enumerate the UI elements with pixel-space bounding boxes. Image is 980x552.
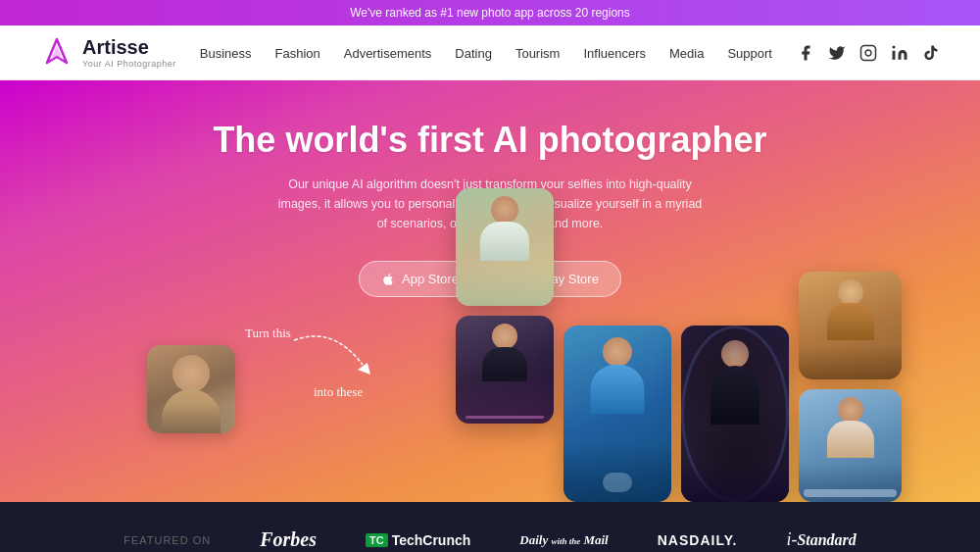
logo-sub: Your AI Photographer <box>82 59 176 69</box>
photo-card-1 <box>456 188 554 306</box>
svg-rect-2 <box>860 45 875 60</box>
apple-icon <box>381 273 395 286</box>
forbes-logo[interactable]: Forbes <box>260 528 317 551</box>
mosaic-col-2 <box>564 326 671 502</box>
turn-this-arrow: Turn this into these <box>235 316 431 404</box>
linkedin-icon[interactable] <box>890 43 909 63</box>
mosaic-col-4 <box>799 272 902 502</box>
instagram-icon[interactable] <box>858 43 878 63</box>
tc-box: TC <box>366 533 388 547</box>
hero-title: The world's first AI photographer <box>213 120 766 161</box>
svg-text:Turn this: Turn this <box>245 326 291 340</box>
nav-business[interactable]: Business <box>200 46 252 61</box>
techcrunch-text: TechCrunch <box>392 532 471 548</box>
daily-mail-logo[interactable]: Daily with the Mail <box>519 532 608 548</box>
logo-text: Artisse Your AI Photographer <box>82 36 176 69</box>
svg-point-4 <box>892 45 895 48</box>
svg-marker-7 <box>358 363 370 375</box>
twitter-icon[interactable] <box>827 43 847 63</box>
techcrunch-logo[interactable]: TC TechCrunch <box>366 532 470 548</box>
standard-logo[interactable]: i-Standard <box>786 529 856 550</box>
nav-tourism[interactable]: Tourism <box>515 46 561 61</box>
photo-card-2 <box>456 316 554 424</box>
mosaic-col-3 <box>681 326 789 502</box>
top-banner: We've ranked as #1 new photo app across … <box>0 0 980 25</box>
footer-press-bar: FEATURED ON Forbes TC TechCrunch Daily w… <box>0 502 980 552</box>
nav-social <box>796 43 941 63</box>
photo-mosaic <box>456 188 902 502</box>
photo-card-4 <box>681 326 789 502</box>
selfie-card <box>147 345 235 433</box>
nav-fashion[interactable]: Fashion <box>274 46 319 61</box>
nav-advertisements[interactable]: Advertisements <box>344 46 432 61</box>
svg-text:into these: into these <box>314 384 363 399</box>
nasdaily-logo[interactable]: NASDAILY. <box>658 532 738 548</box>
tiktok-icon[interactable] <box>921 43 941 63</box>
mosaic-col-1 <box>456 188 554 424</box>
photo-card-3 <box>564 326 671 502</box>
banner-text: We've ranked as #1 new photo app across … <box>350 6 630 20</box>
nav-influencers[interactable]: Influencers <box>583 46 646 61</box>
photo-card-5 <box>799 272 902 379</box>
nav-dating[interactable]: Dating <box>455 46 492 61</box>
logo-name: Artisse <box>82 36 176 59</box>
featured-label: FEATURED ON <box>123 534 211 546</box>
facebook-icon[interactable] <box>796 43 815 63</box>
logo[interactable]: Artisse Your AI Photographer <box>39 35 176 71</box>
appstore-label: App Store <box>402 272 459 286</box>
navbar: Artisse Your AI Photographer Business Fa… <box>0 25 980 80</box>
logo-icon <box>39 35 74 71</box>
hero-section: The world's first AI photographer Our un… <box>0 80 980 502</box>
nav-links: Business Fashion Advertisements Dating T… <box>200 44 772 62</box>
photo-card-6 <box>799 389 902 502</box>
nav-support[interactable]: Support <box>727 46 772 61</box>
selfie-section: Turn this into these <box>147 345 235 433</box>
selfie-photo <box>147 345 235 433</box>
nav-media[interactable]: Media <box>669 46 704 61</box>
